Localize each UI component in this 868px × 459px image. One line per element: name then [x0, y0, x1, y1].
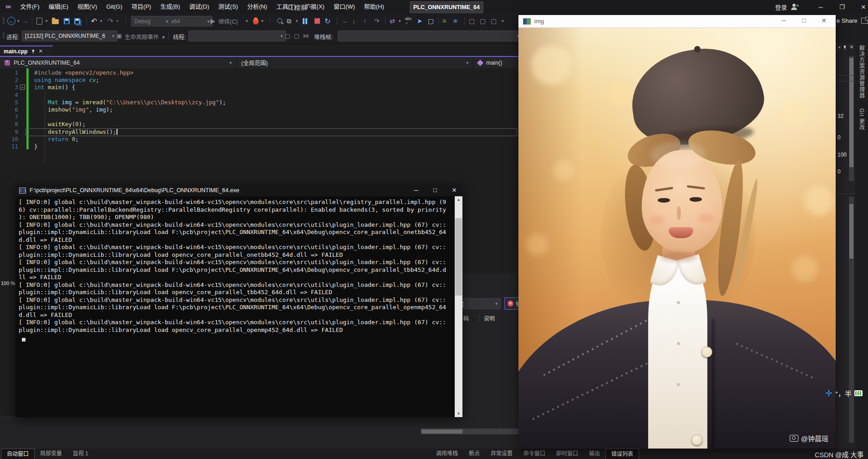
live-share-fragment[interactable]: e Share [837, 17, 868, 24]
scrollbar-thumb[interactable] [849, 204, 853, 259]
continue-play-icon[interactable]: ▶ [210, 16, 215, 26]
run-to-cursor-icon[interactable]: ↷ [374, 16, 380, 26]
ime-indicator[interactable]: ✛ °，半 [825, 388, 863, 398]
continue-button[interactable]: 继续(C) [218, 16, 238, 26]
platform-select[interactable]: x64▾ [168, 16, 213, 26]
process-select[interactable]: [12132] PLC_ONNXRUNTIME_6▾ [22, 31, 117, 41]
parallel-stacks-icon[interactable]: ⇄ [390, 16, 395, 26]
menu-item-help[interactable]: 帮助(H) [360, 0, 389, 14]
step-over-icon[interactable]: ↓ [352, 16, 355, 26]
chevron-down-icon[interactable]: ▾ [117, 16, 119, 26]
restart-icon[interactable]: ↻ [325, 16, 330, 26]
menu-item-window[interactable]: 窗口(W) [329, 0, 360, 14]
bottom-tab-right-5[interactable]: 输出 [584, 449, 605, 459]
undo-icon[interactable]: ↶ [91, 16, 97, 26]
copy-frame-icon[interactable]: ▢ [428, 16, 434, 26]
format-lines-icon[interactable]: ≡ [442, 16, 446, 26]
menu-item-git[interactable]: Git(G) [102, 0, 127, 14]
bookmark-next-icon[interactable]: ▢ [491, 16, 497, 26]
menu-item-file[interactable]: 文件(F) [15, 0, 44, 14]
pin-icon[interactable] [31, 50, 35, 53]
chevron-down-icon[interactable]: ▾ [296, 16, 298, 26]
scrollbar-thumb[interactable] [849, 58, 853, 167]
bottom-tab-right-1[interactable]: 断点 [463, 449, 485, 459]
spell-check-icon[interactable]: abc✓ [405, 16, 412, 26]
chevron-down-icon[interactable]: ▾ [100, 16, 102, 26]
bookmark-prev-icon[interactable]: ▢ [480, 16, 486, 26]
app-window-icon[interactable]: ⧉ [287, 16, 291, 26]
bottom-tab-right-3[interactable]: 命令窗口 [518, 449, 551, 459]
format-indent-icon[interactable]: ≡ [453, 16, 457, 26]
step-out-icon[interactable]: ↑ [363, 16, 366, 26]
select-pointer-icon[interactable]: ➤ [417, 16, 422, 26]
stack-frame-select[interactable]: ▾ [338, 31, 523, 41]
bottom-tab-2[interactable]: 监视 1 [67, 449, 94, 459]
new-file-icon[interactable] [36, 16, 42, 26]
global-search[interactable]: 搜索 ▾ [287, 2, 311, 12]
horizontal-scrollbar[interactable] [421, 428, 518, 434]
scroll-down-icon[interactable]: ▼ [455, 410, 462, 417]
menu-item-project[interactable]: 项目(P) [127, 0, 156, 14]
chevron-down-icon[interactable]: ▾ [46, 16, 48, 26]
maximize-button[interactable]: ❐ [838, 4, 847, 10]
hot-reload-icon[interactable] [253, 16, 259, 26]
menu-item-view[interactable]: 视图(V) [73, 0, 102, 14]
step-into-icon[interactable]: → [341, 16, 348, 26]
close-panel-icon[interactable]: ✕ [849, 44, 853, 50]
close-tab-icon[interactable]: ✕ [39, 48, 43, 54]
thread-join-icon[interactable]: ⋈ [303, 32, 309, 39]
close-button[interactable]: ✕ [859, 4, 868, 10]
drag-handle[interactable] [3, 32, 5, 39]
opencv-image-window[interactable]: img ─ □ ✕ [518, 15, 836, 449]
nav-scope-dropdown[interactable]: (全局范围) ▾ [237, 57, 473, 68]
stop-icon[interactable] [315, 16, 320, 26]
minimize-button[interactable]: ─ [816, 4, 825, 10]
console-maximize-button[interactable]: □ [431, 187, 440, 194]
tab-main-cpp[interactable]: main.cpp ✕ [0, 46, 53, 56]
toolbar-overflow-icon[interactable]: ▾ [502, 16, 504, 26]
navigate-back-icon[interactable]: ← [7, 16, 15, 26]
scroll-up-icon[interactable]: ▲ [455, 196, 462, 203]
thread-select[interactable]: ▾ [188, 31, 286, 41]
editor-zoom-level[interactable]: 100 % [1, 280, 15, 286]
console-minimize-button[interactable]: ─ [411, 187, 421, 194]
scrollbar-thumb[interactable] [455, 218, 462, 296]
menu-item-debug[interactable]: 调试(D) [185, 0, 214, 14]
save-icon[interactable] [64, 16, 70, 26]
login-area[interactable]: 登录 + [775, 0, 798, 14]
save-all-icon[interactable] [74, 16, 80, 26]
lifecycle-events-button[interactable]: 生命周期事件 [125, 32, 159, 41]
nav-project-dropdown[interactable]: PLC_ONNXRUNTIME_64 ▾ [0, 57, 237, 68]
chevron-down-icon[interactable]: ▾ [17, 16, 20, 26]
bottom-tab-right-4[interactable]: 即时窗口 [551, 449, 584, 459]
debug-config-select[interactable]: Debug▾ [131, 16, 171, 26]
bottom-tab-0[interactable]: 自动窗口 [1, 449, 35, 459]
keyboard-icon[interactable] [854, 390, 863, 396]
menu-item-test[interactable]: 测试(S) [214, 0, 243, 14]
show-threads-icon[interactable]: ▢ [294, 32, 299, 39]
navigate-forward-icon[interactable]: → [22, 16, 28, 26]
pin-icon[interactable] [843, 46, 847, 49]
img-close-button[interactable]: ✕ [817, 17, 830, 24]
console-title-bar[interactable]: C:\ F:\pcb\project\PLC_ONNXRUNTIME_64\x6… [15, 184, 462, 196]
img-maximize-button[interactable]: □ [797, 17, 810, 24]
drag-handle[interactable] [3, 17, 5, 25]
fold-marker-icon[interactable]: − [20, 85, 25, 90]
vertical-tab-0[interactable]: 解决方案资源管理器 [858, 45, 866, 98]
bottom-tab-right-6[interactable]: 错误列表 [605, 449, 639, 459]
bottom-tab-right-0[interactable]: 调用堆栈 [431, 449, 463, 459]
flag-threads-icon[interactable]: ▢ [285, 32, 290, 39]
menu-item-build[interactable]: 生成(B) [156, 0, 184, 14]
chevron-down-icon[interactable]: ▾ [162, 34, 165, 41]
menu-item-edit[interactable]: 编辑(E) [44, 0, 73, 14]
console-body[interactable]: [ INFO:0] global c:\build\master_winpack… [15, 196, 455, 417]
redo-icon[interactable]: ↷ [107, 16, 113, 26]
scrollbar-thumb[interactable] [421, 429, 462, 434]
chevron-down-icon[interactable]: ▾ [399, 16, 401, 26]
console-window[interactable]: C:\ F:\pcb\project\PLC_ONNXRUNTIME_64\x6… [15, 184, 462, 417]
bottom-tab-1[interactable]: 局部变量 [35, 449, 67, 459]
chevron-down-icon[interactable]: ▾ [838, 45, 841, 50]
console-scrollbar[interactable]: ▲ ▼ [455, 196, 462, 417]
open-file-icon[interactable] [52, 16, 59, 26]
chevron-down-icon[interactable]: ▾ [246, 16, 248, 26]
